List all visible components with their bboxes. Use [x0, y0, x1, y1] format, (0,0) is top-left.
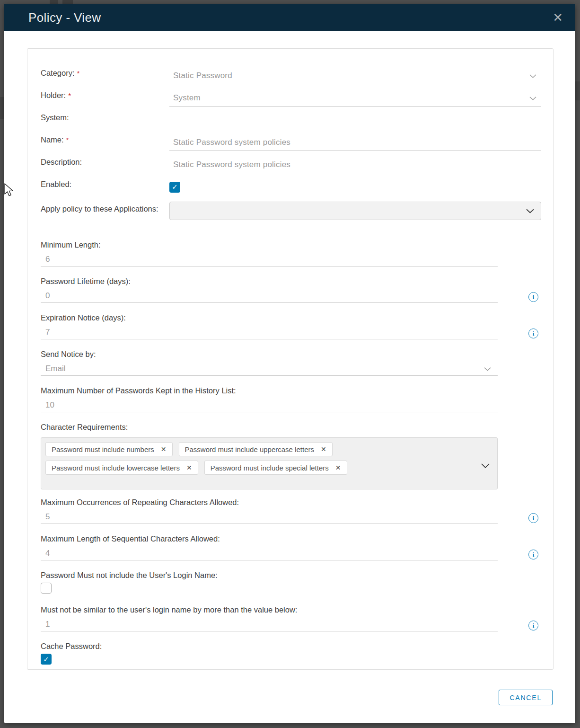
field-character-requirements: Character Requirements: Password must in… [41, 423, 498, 489]
cache-password-label: Cache Password: [41, 642, 498, 651]
minimum-length-label: Minimum Length: [41, 240, 498, 249]
description-label: Description: [41, 158, 82, 166]
holder-select[interactable]: System [169, 89, 541, 107]
apply-policy-label: Apply policy to these Applications: [41, 204, 158, 213]
field-password-history: Maximum Number of Passwords Kept in the … [41, 386, 498, 412]
close-icon[interactable]: ✕ [553, 11, 563, 24]
field-sequential-characters: Maximum Length of Sequential Characters … [41, 534, 498, 560]
chip-include-uppercase: Password must include uppercase letters … [179, 442, 333, 456]
repeating-characters-label: Maximum Occurrences of Repeating Charact… [41, 498, 498, 507]
expiration-notice-label: Expiration Notice (days): [41, 313, 498, 322]
no-login-name-checkbox[interactable]: ✓ [41, 583, 52, 594]
form-row-apply-policy: Apply policy to these Applications: [27, 195, 553, 223]
system-label: System: [41, 113, 69, 122]
background-artifact [62, 0, 73, 4]
background-artifact [575, 81, 580, 100]
name-value: Static Password system policies [173, 138, 290, 147]
form-row-description: Description: Static Password system poli… [27, 151, 553, 173]
chip-include-numbers: Password must include numbers ✕ [45, 442, 173, 456]
remove-chip-icon[interactable]: ✕ [161, 445, 167, 453]
form-row-system: System: [27, 107, 553, 129]
password-lifetime-label: Password Lifetime (days): [41, 277, 498, 286]
field-password-lifetime: Password Lifetime (days): 0 i [41, 277, 498, 303]
character-requirements-box[interactable]: Password must include numbers ✕ Password… [41, 437, 498, 489]
sequential-characters-input[interactable]: 4 [41, 546, 498, 560]
character-requirements-label: Character Requirements: [41, 423, 498, 432]
enabled-label: Enabled: [41, 180, 71, 188]
repeating-characters-value: 5 [45, 512, 50, 522]
remove-chip-icon[interactable]: ✕ [321, 445, 326, 453]
category-select[interactable]: Static Password [169, 67, 541, 84]
send-notice-value: Email [45, 364, 66, 373]
field-expiration-notice: Expiration Notice (days): 7 i [41, 313, 498, 339]
no-login-name-label: Password Must not include the User's Log… [41, 571, 498, 580]
description-value: Static Password system policies [173, 160, 290, 169]
info-icon[interactable]: i [528, 292, 538, 302]
field-cache-password: Cache Password: ✓ [41, 642, 498, 665]
repeating-characters-input[interactable]: 5 [41, 510, 498, 524]
info-icon[interactable]: i [528, 550, 538, 559]
similar-login-name-label: Must not be similar to the user's login … [41, 605, 498, 614]
similar-login-name-input[interactable]: 1 [41, 617, 498, 631]
field-send-notice-by: Send Notice by: Email [41, 350, 498, 376]
password-history-input[interactable]: 10 [41, 398, 498, 412]
modal-header: Policy - View ✕ [4, 4, 575, 31]
background-artifact [0, 97, 4, 119]
info-icon[interactable]: i [528, 513, 538, 523]
form-row-holder: Holder:* System [27, 84, 553, 107]
name-label: Name: [41, 135, 64, 144]
required-asterisk: * [66, 136, 69, 144]
field-repeating-characters: Maximum Occurrences of Repeating Charact… [41, 498, 498, 524]
chip-include-special: Password must include special letters ✕ [204, 461, 347, 475]
category-value: Static Password [173, 71, 232, 80]
chevron-down-icon [529, 74, 536, 78]
policy-form-card: Category:* Static Password Holder:* Syst… [27, 48, 554, 670]
minimum-length-input[interactable]: 6 [41, 252, 498, 266]
policy-settings-section: Minimum Length: 6 Password Lifetime (day… [27, 240, 553, 665]
category-label: Category: [41, 69, 75, 77]
field-similar-login-name: Must not be similar to the user's login … [41, 605, 498, 631]
chevron-down-icon [484, 367, 491, 371]
required-asterisk: * [68, 91, 71, 99]
expiration-notice-input[interactable]: 7 [41, 325, 498, 339]
send-notice-label: Send Notice by: [41, 350, 498, 359]
form-row-enabled: Enabled: ✓ [27, 173, 553, 195]
form-row-category: Category:* Static Password [27, 62, 553, 84]
required-asterisk: * [77, 69, 80, 77]
chevron-down-icon [526, 209, 534, 213]
name-input[interactable]: Static Password system policies [169, 134, 541, 151]
description-input[interactable]: Static Password system policies [169, 156, 541, 173]
cache-password-checkbox[interactable]: ✓ [41, 654, 52, 665]
info-icon[interactable]: i [528, 621, 538, 630]
background-artifact [50, 0, 58, 4]
system-value [169, 112, 541, 129]
chevron-down-icon [529, 96, 536, 100]
policy-view-modal: Policy - View ✕ Category:* Static Passwo… [4, 4, 575, 723]
password-history-label: Maximum Number of Passwords Kept in the … [41, 386, 498, 395]
apply-policy-select[interactable] [169, 202, 541, 220]
password-history-value: 10 [45, 400, 54, 410]
holder-label: Holder: [41, 91, 66, 99]
field-no-login-name: Password Must not include the User's Log… [41, 571, 498, 594]
check-icon: ✓ [172, 183, 178, 191]
send-notice-select[interactable]: Email [41, 362, 498, 376]
form-row-name: Name:* Static Password system policies [27, 129, 553, 151]
remove-chip-icon[interactable]: ✕ [186, 464, 192, 471]
modal-title: Policy - View [28, 10, 101, 25]
info-icon[interactable]: i [528, 328, 538, 338]
password-lifetime-value: 0 [45, 291, 50, 301]
remove-chip-icon[interactable]: ✕ [335, 464, 341, 471]
enabled-checkbox[interactable]: ✓ [169, 182, 180, 193]
sequential-characters-label: Maximum Length of Sequential Characters … [41, 534, 498, 543]
chip-include-lowercase: Password must include lowercase letters … [45, 461, 198, 475]
holder-value: System [173, 93, 201, 103]
minimum-length-value: 6 [45, 255, 50, 264]
field-minimum-length: Minimum Length: 6 [41, 240, 498, 266]
password-lifetime-input[interactable]: 0 [41, 289, 498, 303]
mouse-cursor [4, 183, 15, 198]
cancel-button[interactable]: CANCEL [499, 690, 553, 705]
chevron-down-icon [481, 463, 490, 469]
sequential-characters-value: 4 [45, 549, 50, 558]
expiration-notice-value: 7 [45, 328, 50, 337]
similar-login-name-value: 1 [45, 620, 50, 629]
